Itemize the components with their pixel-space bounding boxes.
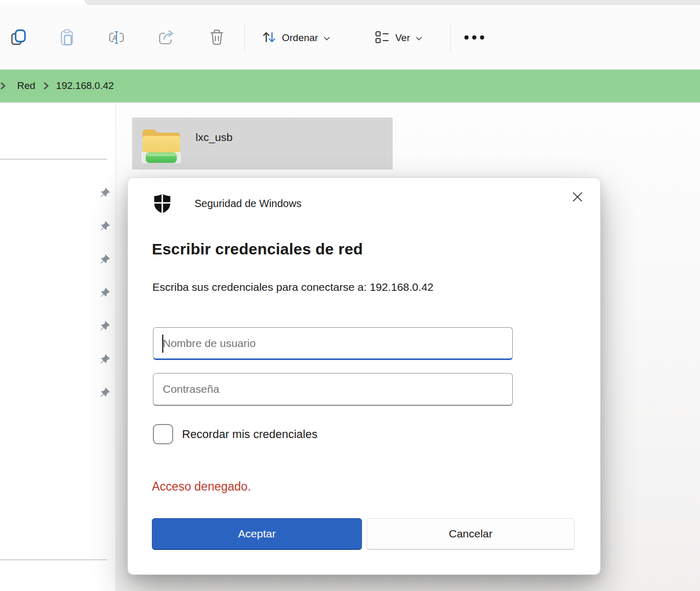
pin-icon[interactable] <box>98 353 111 366</box>
close-button[interactable] <box>566 186 589 209</box>
breadcrumb-item-red[interactable]: Red <box>13 77 40 95</box>
remember-credentials-label: Recordar mis credenciales <box>182 428 317 441</box>
accept-button[interactable]: Aceptar <box>152 518 362 550</box>
rename-button[interactable]: A <box>106 27 128 49</box>
sort-button[interactable]: Ordenar <box>256 24 335 52</box>
text-caret <box>162 335 163 353</box>
pin-icon[interactable] <box>98 286 111 300</box>
view-label: Ver <box>395 32 410 44</box>
pin-icon[interactable] <box>98 186 111 200</box>
tab-bottom-edge <box>85 0 700 5</box>
chevron-right-icon <box>40 82 52 90</box>
access-denied-error: Acceso denegado. <box>152 480 251 494</box>
navigation-sidebar <box>0 104 115 591</box>
breadcrumb-item-host[interactable]: 192.168.0.42 <box>52 77 118 95</box>
chevron-right-icon <box>0 82 9 90</box>
view-button[interactable]: Ver <box>369 24 427 52</box>
remember-credentials-checkbox[interactable] <box>153 424 173 444</box>
share-button[interactable] <box>155 27 178 49</box>
windows-security-shield-icon <box>153 193 172 216</box>
cancel-button[interactable]: Cancelar <box>367 518 575 550</box>
pin-icon[interactable] <box>98 253 111 266</box>
view-icon <box>374 30 390 47</box>
pin-icon[interactable] <box>98 319 111 333</box>
paste-icon <box>58 28 76 48</box>
trash-icon <box>208 28 226 48</box>
more-options-icon <box>463 34 485 42</box>
file-row-lxc-usb[interactable]: lxc_usb <box>132 118 393 170</box>
paste-button[interactable] <box>56 27 79 49</box>
windows-security-dialog: Seguridad de Windows Escribir credencial… <box>127 177 601 575</box>
file-name: lxc_usb <box>196 131 232 144</box>
copy-button[interactable] <box>8 27 31 49</box>
dialog-title: Escribir credenciales de red <box>152 240 363 258</box>
sidebar-divider <box>0 559 107 560</box>
toolbar: A <box>0 5 700 69</box>
sort-icon <box>261 29 277 47</box>
dialog-subtitle: Escriba sus credenciales para conectarse… <box>152 281 434 293</box>
username-input[interactable] <box>153 327 513 360</box>
chevron-down-icon <box>323 32 330 44</box>
pin-icon[interactable] <box>98 220 111 233</box>
toolbar-divider <box>450 23 451 53</box>
password-input[interactable] <box>153 373 513 406</box>
delete-button[interactable] <box>205 27 228 49</box>
close-icon <box>572 191 584 204</box>
share-icon <box>157 28 176 48</box>
dialog-app-title: Seguridad de Windows <box>195 198 302 210</box>
tab-strip <box>0 0 700 5</box>
remember-credentials-row[interactable]: Recordar mis credenciales <box>153 424 317 444</box>
copy-icon <box>10 28 29 48</box>
chevron-down-icon <box>416 32 422 44</box>
pin-icon[interactable] <box>98 386 111 400</box>
toolbar-divider <box>244 23 245 53</box>
address-bar: Red 192.168.0.42 <box>0 69 700 103</box>
more-options-button[interactable] <box>463 27 486 49</box>
network-folder-icon <box>139 122 183 169</box>
sidebar-divider <box>0 159 107 160</box>
sort-label: Ordenar <box>282 32 318 44</box>
rename-icon: A <box>107 28 127 48</box>
